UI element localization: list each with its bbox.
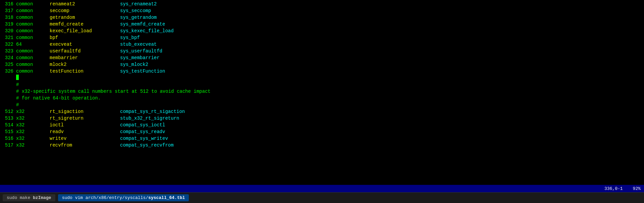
table-row: 514x32ioctlcompat_sys_ioctl bbox=[0, 122, 644, 128]
col-name: readv bbox=[50, 128, 120, 135]
scroll-percent: 92% bbox=[633, 186, 641, 191]
col-entry: sys_memfd_create bbox=[120, 21, 165, 28]
cursor-position: 336,0-1 bbox=[604, 186, 623, 191]
table-row: 517x32recvfromcompat_sys_recvfrom bbox=[0, 142, 644, 149]
line-number: 326 bbox=[0, 68, 16, 75]
taskbar-item-active[interactable]: sudo vim arch/x86/entry/syscalls/syscall… bbox=[58, 194, 189, 201]
col-entry: sys_userfaultfd bbox=[120, 48, 162, 54]
table-row: 318commongetrandomsys_getrandom bbox=[0, 14, 644, 21]
col-entry: compat_sys_readv bbox=[120, 128, 165, 135]
comment-text: # for native 64-bit operation. bbox=[16, 95, 101, 102]
col-name: recvfrom bbox=[50, 142, 120, 149]
col-entry: sys_renameat2 bbox=[120, 1, 157, 7]
table-row: 512x32rt_sigactioncompat_sys_rt_sigactio… bbox=[0, 108, 644, 115]
col-abi: common bbox=[16, 61, 50, 68]
col-entry: sys_mlock2 bbox=[120, 61, 148, 68]
col-abi: common bbox=[16, 7, 50, 14]
cursor-block bbox=[16, 75, 19, 80]
table-row: 515x32readvcompat_sys_readv bbox=[0, 128, 644, 135]
col-entry: sys_testFunction bbox=[120, 68, 165, 75]
col-abi: common bbox=[16, 54, 50, 61]
editor-area: 316commonrenameat2sys_renameat2317common… bbox=[0, 0, 644, 185]
comment-line: # bbox=[0, 81, 644, 88]
col-entry: compat_sys_rt_sigaction bbox=[120, 108, 185, 115]
col-name: ioctl bbox=[50, 122, 120, 128]
table-row: 319commonmemfd_createsys_memfd_create bbox=[0, 21, 644, 28]
line-number: 324 bbox=[0, 54, 16, 61]
col-entry: stub_execveat bbox=[120, 41, 157, 48]
col-abi: common bbox=[16, 34, 50, 41]
line-number: 516 bbox=[0, 135, 16, 142]
comment-text: # x32-specific system call numbers start… bbox=[16, 88, 211, 95]
col-name: memfd_create bbox=[50, 21, 120, 28]
col-name: membarrier bbox=[50, 54, 120, 61]
table-row: 513x32rt_sigreturnstub_x32_rt_sigreturn bbox=[0, 115, 644, 122]
col-abi: common bbox=[16, 14, 50, 21]
cursor-line bbox=[0, 75, 644, 81]
taskbar: sudo make bzImagesudo vim arch/x86/entry… bbox=[0, 192, 644, 203]
col-abi: common bbox=[16, 21, 50, 28]
col-entry: compat_sys_recvfrom bbox=[120, 142, 174, 149]
table-row: 316commonrenameat2sys_renameat2 bbox=[0, 1, 644, 7]
col-name: rt_sigaction bbox=[50, 108, 120, 115]
col-abi: common bbox=[16, 28, 50, 34]
line-number: 320 bbox=[0, 28, 16, 34]
comment-text: # bbox=[16, 81, 19, 88]
col-entry: sys_membarrier bbox=[120, 54, 160, 61]
comment-line: # for native 64-bit operation. bbox=[0, 95, 644, 102]
col-name: kexec_file_load bbox=[50, 28, 120, 34]
line-number: 316 bbox=[0, 1, 16, 7]
line-number: 322 bbox=[0, 41, 16, 48]
line-number: 517 bbox=[0, 142, 16, 149]
comment-text: # bbox=[16, 102, 19, 108]
col-name: getrandom bbox=[50, 14, 120, 21]
col-name: writev bbox=[50, 135, 120, 142]
table-row: 321commonbpfsys_bpf bbox=[0, 34, 644, 41]
col-name: execveat bbox=[50, 41, 120, 48]
col-abi: x32 bbox=[16, 135, 50, 142]
col-abi: x32 bbox=[16, 142, 50, 149]
table-row: 326commontestFunctionsys_testFunction bbox=[0, 68, 644, 75]
status-right: 336,0-1 92% bbox=[604, 186, 641, 191]
line-number: 515 bbox=[0, 128, 16, 135]
col-name: bpf bbox=[50, 34, 120, 41]
table-row: 516x32writevcompat_sys_writev bbox=[0, 135, 644, 142]
table-row: 323commonuserfaultfdsys_userfaultfd bbox=[0, 48, 644, 54]
col-abi: common bbox=[16, 48, 50, 54]
col-name: seccomp bbox=[50, 7, 120, 14]
col-entry: sys_seccomp bbox=[120, 7, 151, 14]
table-row: 317commonseccompsys_seccomp bbox=[0, 7, 644, 14]
col-abi: common bbox=[16, 68, 50, 75]
col-name: rt_sigreturn bbox=[50, 115, 120, 122]
line-number: 512 bbox=[0, 108, 16, 115]
col-abi: 64 bbox=[16, 41, 50, 48]
line-number: 321 bbox=[0, 34, 16, 41]
table-row: 324commonmembarriersys_membarrier bbox=[0, 54, 644, 61]
col-name: renameat2 bbox=[50, 1, 120, 7]
comment-line: # x32-specific system call numbers start… bbox=[0, 88, 644, 95]
line-number: 325 bbox=[0, 61, 16, 68]
col-abi: x32 bbox=[16, 108, 50, 115]
table-row: 325commonmlock2sys_mlock2 bbox=[0, 61, 644, 68]
col-name: mlock2 bbox=[50, 61, 120, 68]
line-number: 323 bbox=[0, 48, 16, 54]
col-entry: sys_kexec_file_load bbox=[120, 28, 174, 34]
line-number: 319 bbox=[0, 21, 16, 28]
col-name: userfaultfd bbox=[50, 48, 120, 54]
status-bar: 336,0-1 92% bbox=[0, 185, 644, 192]
col-abi: x32 bbox=[16, 122, 50, 128]
line-number: 318 bbox=[0, 14, 16, 21]
col-abi: x32 bbox=[16, 128, 50, 135]
col-abi: common bbox=[16, 1, 50, 7]
line-number: 513 bbox=[0, 115, 16, 122]
table-row: 320commonkexec_file_loadsys_kexec_file_l… bbox=[0, 28, 644, 34]
col-entry: sys_getrandom bbox=[120, 14, 157, 21]
taskbar-item[interactable]: sudo make bzImage bbox=[3, 194, 55, 201]
col-entry: compat_sys_writev bbox=[120, 135, 168, 142]
col-entry: stub_x32_rt_sigreturn bbox=[120, 115, 179, 122]
col-abi: x32 bbox=[16, 115, 50, 122]
lines-container: 316commonrenameat2sys_renameat2317common… bbox=[0, 1, 644, 149]
comment-line: # bbox=[0, 102, 644, 108]
line-number: 317 bbox=[0, 7, 16, 14]
col-name: testFunction bbox=[50, 68, 120, 75]
